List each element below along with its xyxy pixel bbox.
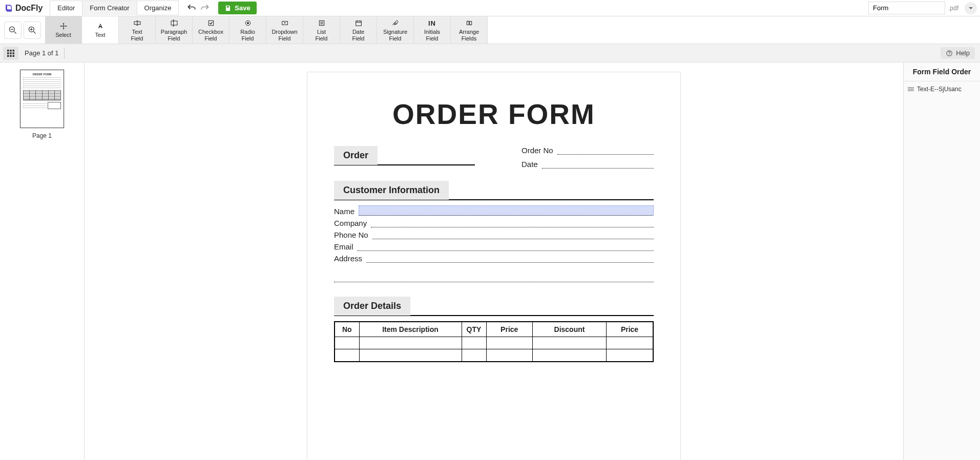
svg-rect-38 [10,55,12,57]
save-button[interactable]: Save [218,2,256,14]
svg-line-4 [34,31,36,33]
page-thumbnail[interactable]: ORDER FORM [20,70,64,128]
logo-text: DocFly [15,4,43,13]
filename-input[interactable] [868,2,945,14]
field-order-item-label: Text-E--SjUsanc [917,86,962,93]
page-indicator: Page 1 of 1 [25,49,59,57]
signature-icon [390,19,401,27]
doc-title: ORDER FORM [334,98,654,131]
more-menu-button[interactable] [965,2,977,14]
svg-rect-37 [7,55,9,57]
radio-icon [243,19,253,27]
th-price: Price [486,322,532,337]
svg-rect-36 [13,52,15,54]
section-order: Order [334,146,378,165]
line-address[interactable] [366,255,654,263]
tool-dropdown-field[interactable]: Dropdown Field [266,16,303,44]
logo: DocFly [3,4,47,13]
help-label: Help [956,49,970,57]
help-button[interactable]: Help [941,47,975,59]
th-no: No [335,322,359,337]
line-phone[interactable] [372,231,654,239]
logo-icon [4,4,13,13]
label-email: Email [334,242,353,251]
line-order-no[interactable] [557,148,654,155]
save-label: Save [235,4,250,12]
label-name: Name [334,207,355,216]
tool-initials-field[interactable]: INInitials Field [414,16,451,44]
tool-date-field[interactable]: Date Field [340,16,377,44]
save-icon [224,5,232,12]
text-field-icon [132,19,142,27]
tool-select[interactable]: Select [45,16,82,44]
redo-button[interactable] [200,3,210,13]
document-page[interactable]: ORDER FORM Order Order No Date Customer … [307,72,681,460]
zoom-out-button[interactable] [4,22,22,39]
zoom-group [0,16,45,44]
zoom-in-button[interactable] [24,22,41,39]
label-address: Address [334,254,362,263]
tab-editor[interactable]: Editor [50,1,82,15]
label-company: Company [334,219,367,227]
text-icon [95,22,106,30]
right-panel-title: Form Field Order [904,62,980,81]
th-qty: QTY [462,322,486,337]
tab-form-creator[interactable]: Form Creator [82,1,137,15]
svg-rect-27 [467,22,469,25]
order-table: No Item Description QTY Price Discount P… [334,321,654,362]
svg-rect-28 [469,22,471,25]
canvas[interactable]: ORDER FORM Order Order No Date Customer … [85,62,903,460]
label-date: Date [522,160,538,169]
chevron-down-icon [968,6,973,11]
line-date[interactable] [542,161,654,169]
table-row[interactable] [335,349,653,362]
tool-paragraph-field[interactable]: Paragraph Field [156,16,193,44]
thumbnail-toggle-button[interactable] [3,47,18,60]
move-icon [58,22,69,30]
tool-radio-field[interactable]: Radio Field [230,16,266,44]
tool-checkbox-field[interactable]: Checkbox Field [193,16,230,44]
topbar-right: .pdf [868,2,977,14]
svg-rect-32 [10,50,12,52]
arrange-icon [464,19,474,27]
form-field-order-panel: Form Field Order Text-E--SjUsanc [903,62,980,460]
order-meta: Order No Date [522,146,654,178]
tool-arrange-fields[interactable]: Arrange Fields [451,16,488,44]
undo-button[interactable] [186,3,197,13]
line-company[interactable] [371,219,654,227]
svg-point-17 [247,22,249,24]
thumbnail-panel: ORDER FORM Page 1 [0,62,85,460]
drag-icon [908,87,914,92]
tool-list-field[interactable]: List Field [303,16,340,44]
tool-text-field[interactable]: Text Field [119,16,156,44]
initials-icon: IN [428,18,436,28]
file-extension: .pdf [948,5,958,12]
line-email[interactable] [358,243,654,251]
checkbox-icon [206,19,216,27]
paragraph-icon [169,19,179,27]
tool-text[interactable]: Text [82,16,119,44]
page-strip: Page 1 of 1 Help [0,44,980,62]
separator [64,48,65,59]
label-order-no: Order No [522,146,553,155]
table-row[interactable] [335,337,653,349]
dropdown-icon [280,19,290,27]
th-discount: Discount [532,322,606,337]
mode-tabs: Editor Form Creator Organize [50,1,178,15]
svg-rect-31 [7,50,9,52]
svg-rect-33 [13,50,15,52]
svg-rect-35 [10,52,12,54]
topbar: DocFly Editor Form Creator Organize Save… [0,0,980,16]
field-tools: Select Text Text Field Paragraph Field C… [45,16,488,44]
section-customer: Customer Information [334,181,449,200]
label-phone: Phone No [334,231,368,239]
svg-rect-11 [171,21,177,25]
field-order-item[interactable]: Text-E--SjUsanc [904,81,980,97]
main-area: ORDER FORM Page 1 [0,62,980,460]
line-address-2[interactable] [334,274,654,282]
tab-organize[interactable]: Organize [137,1,179,15]
svg-rect-34 [7,52,9,54]
field-name-selected[interactable] [359,205,654,216]
tool-signature-field[interactable]: Signature Field [377,16,414,44]
toolbar: Select Text Text Field Paragraph Field C… [0,16,980,44]
